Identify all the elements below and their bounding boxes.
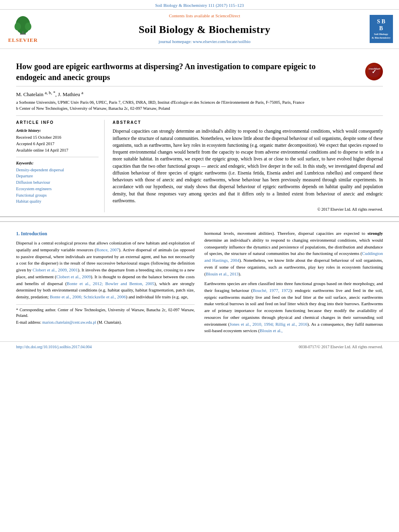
abstract-text: Dispersal capacities can strongly determ…: [113, 128, 383, 204]
article-title: How good are epigeic earthworms at dispe…: [16, 61, 317, 83]
author-chatelain-sup: a, b, *: [45, 90, 55, 95]
journal-homepage: journal homepage: www.elsevier.com/locat…: [158, 39, 250, 45]
journal-logo-box: S B B Soil Biology& Biochemistry: [370, 15, 393, 43]
doi-link[interactable]: http://dx.doi.org/10.1016/j.soilbio.2017…: [16, 344, 92, 350]
svg-text:CrossMark: CrossMark: [368, 67, 380, 70]
accepted-date: Accepted 6 April 2017: [16, 141, 99, 147]
journal-citation-bar: Soil Biology & Biochemistry 111 (2017) 1…: [0, 0, 399, 10]
authors-block: M. Chatelain a, b, *, J. Mathieu a: [16, 90, 383, 99]
journal-logo-right: S B B Soil Biology& Biochemistry: [368, 13, 394, 45]
science-direct-notice: Contents lists available at ScienceDirec…: [169, 13, 240, 19]
article-info-column: ARTICLE INFO Article history: Received 1…: [16, 120, 105, 212]
affiliation-b: b Center of New Technologies, University…: [16, 106, 383, 112]
svg-point-2: [14, 23, 21, 31]
keyword-4: Ecosystem engineers: [16, 186, 99, 192]
keyword-5: Functional groups: [16, 192, 99, 199]
article-history: Article history: Received 15 October 201…: [16, 128, 99, 153]
main-body: 1. Introduction Dispersal is a central e…: [0, 221, 399, 341]
journal-header: ELSEVIER Contents lists available at Sci…: [0, 10, 399, 49]
history-label: Article history:: [16, 128, 99, 134]
journal-citation-text: Soil Biology & Biochemistry 111 (2017) 1…: [155, 3, 244, 8]
elsevier-brand-label: ELSEVIER: [8, 37, 38, 44]
keywords-section: Keywords: Density-dependent dispersal De…: [16, 160, 99, 205]
intro-heading: 1. Introduction: [16, 230, 195, 237]
keyword-2: Departure: [16, 173, 99, 179]
abstract-column: ABSTRACT Dispersal capacities can strong…: [113, 120, 383, 212]
journal-url: www.elsevier.com/locate/soilbio: [193, 39, 250, 44]
copyright-line: © 2017 Elsevier Ltd. All rights reserved…: [113, 207, 383, 212]
svg-point-3: [25, 23, 31, 31]
divider-1: [16, 157, 99, 157]
journal-header-center: Contents lists available at ScienceDirec…: [45, 13, 364, 45]
author-chatelain: M. Chatelain: [16, 91, 43, 97]
article-info-label: ARTICLE INFO: [16, 120, 99, 125]
crossmark-icon: ✓ CrossMark: [368, 66, 380, 78]
intro-para-3-right: Earthworms species are often classified …: [204, 280, 383, 334]
author-mathieu-sup: a: [81, 90, 83, 95]
author-mathieu: J. Mathieu: [58, 91, 80, 97]
affiliations-block: a Sorbonne Universités, UPMC Univ Paris …: [16, 100, 383, 111]
keyword-3: Diffusion behaviour: [16, 179, 99, 186]
footnote-email: E-mail address: marion.chatelain@cent.uw…: [16, 320, 195, 325]
received-date: Received 15 October 2016: [16, 134, 99, 141]
abstract-label: ABSTRACT: [113, 120, 383, 125]
affiliation-a: a Sorbonne Universités, UPMC Univ Paris …: [16, 100, 383, 106]
footnote-section: * Corresponding author. Center of New Te…: [16, 304, 195, 325]
body-left-col: 1. Introduction Dispersal is a central e…: [16, 230, 195, 337]
article-info-abstract-section: ARTICLE INFO Article history: Received 1…: [16, 115, 383, 212]
section-divider: [0, 216, 399, 217]
footnote-corresponding: * Corresponding author. Center of New Te…: [16, 307, 195, 318]
elsevier-tree-icon: [9, 14, 37, 36]
issn-text: 0038-0717/© 2017 Elsevier Ltd. All right…: [299, 344, 383, 350]
intro-para-1: Dispersal is a central ecological proces…: [16, 240, 195, 300]
article-section: How good are epigeic earthworms at dispe…: [0, 49, 399, 213]
article-title-block: How good are epigeic earthworms at dispe…: [16, 55, 383, 86]
available-date: Available online 14 April 2017: [16, 147, 99, 154]
bottom-bar: http://dx.doi.org/10.1016/j.soilbio.2017…: [0, 341, 399, 352]
journal-title: Soil Biology & Biochemistry: [139, 23, 271, 37]
keyword-1: Density-dependent dispersal: [16, 167, 99, 173]
body-right-col: hormonal levels, movement abilities). Th…: [204, 230, 383, 337]
keyword-6: Habitat quality: [16, 198, 99, 205]
elsevier-logo: ELSEVIER: [5, 13, 41, 45]
body-two-col: 1. Introduction Dispersal is a central e…: [16, 230, 383, 337]
keywords-label: Keywords:: [16, 160, 99, 166]
intro-para-2-right: hormonal levels, movement abilities). Th…: [204, 230, 383, 277]
crossmark-badge: ✓ CrossMark: [365, 63, 383, 80]
